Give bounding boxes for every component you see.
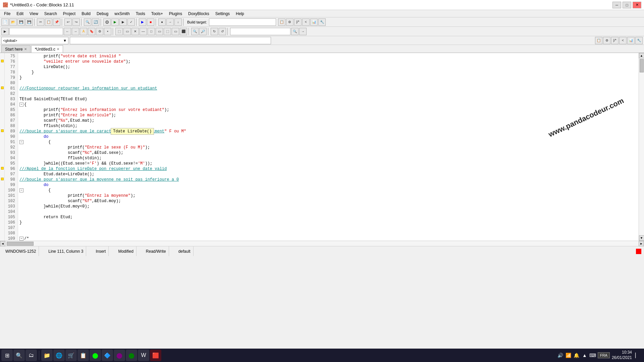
toggle-breakpoint[interactable]: ● (158, 18, 166, 26)
h-scroll-thumb[interactable] (7, 242, 34, 246)
tb2-btn-d[interactable]: ⬛ (180, 28, 187, 35)
redo-button[interactable]: ↪ (72, 18, 80, 26)
right-toolbar-btn6[interactable]: 🔧 (318, 18, 326, 26)
save-button[interactable]: 💾 (17, 18, 25, 26)
tb2-btn-x[interactable]: ✕ (131, 28, 139, 35)
symbol-input[interactable] (70, 37, 271, 44)
check-button[interactable]: ✓ (127, 18, 135, 26)
minimize-button[interactable]: ─ (612, 2, 621, 8)
menu-debug[interactable]: Debug (94, 11, 111, 17)
step-over[interactable]: → (166, 18, 174, 26)
tray-keyboard[interactable]: ⌨ (590, 352, 596, 358)
tb2-btn-y[interactable]: ― (140, 28, 147, 35)
green-app-button[interactable]: ⬤ (90, 350, 101, 361)
tray-volume[interactable]: 📶 (566, 352, 572, 358)
code-search-input2[interactable] (230, 28, 290, 35)
scroll-up-arrow[interactable]: ▲ (639, 53, 644, 58)
tray-network[interactable]: 🔊 (557, 352, 564, 358)
cut-button[interactable]: ✂ (37, 18, 44, 26)
menu-wxsmith[interactable]: wxSmith (112, 11, 132, 17)
menu-view[interactable]: View (27, 11, 41, 17)
stop-button[interactable]: ■ (147, 18, 154, 26)
tab-start-here-close[interactable]: ✕ (24, 47, 27, 51)
replace-button[interactable]: 🔄 (92, 18, 99, 26)
word-button[interactable]: W (138, 350, 149, 361)
scroll-down-arrow[interactable]: ▼ (639, 235, 644, 241)
fold-icon[interactable]: − (19, 140, 23, 144)
tb2-nav-left[interactable]: ← (64, 28, 71, 35)
copy-button[interactable]: 📋 (45, 18, 52, 26)
right-toolbar-btn5[interactable]: 📊 (310, 18, 318, 26)
tb2-btn-z[interactable]: □ (148, 28, 155, 35)
right-toolbar-btn3[interactable]: |/* (294, 18, 302, 26)
new-button[interactable]: 📄 (1, 18, 9, 26)
menu-toolsplus[interactable]: Tools+ (149, 11, 166, 17)
tb2-setting[interactable]: ⚙ (96, 28, 103, 35)
vs-button[interactable]: 🔷 (102, 350, 113, 361)
global-right-btn4[interactable]: < (619, 37, 627, 44)
red-app-button[interactable]: 🟥 (150, 350, 161, 361)
run-button[interactable]: ▶ (111, 18, 119, 26)
tb2-zoom-out[interactable]: 🔎 (199, 28, 207, 35)
menu-plugins[interactable]: Plugins (166, 11, 185, 17)
language-indicator[interactable]: FRA (598, 352, 610, 358)
edge-button[interactable]: 🌐 (53, 350, 65, 361)
tab-untitled3-close[interactable]: ✕ (57, 47, 59, 51)
scroll-thumb[interactable] (640, 59, 644, 72)
green2-app-button[interactable]: ⬤ (126, 350, 137, 361)
open-button[interactable]: 📂 (9, 18, 17, 26)
fold-icon[interactable]: − (19, 188, 23, 192)
scroll-right-arrow[interactable]: ► (639, 241, 644, 246)
tray-battery[interactable]: 🔔 (574, 352, 580, 358)
menu-build[interactable]: Build (79, 11, 93, 17)
find-button[interactable]: 🔍 (84, 18, 91, 26)
menu-settings[interactable]: Settings (213, 11, 232, 17)
tb2-select[interactable]: ⬚ (115, 28, 123, 35)
tb2-search-next[interactable]: → (299, 28, 307, 35)
code-editor[interactable]: printf("votre date est invalid " "veille… (18, 53, 639, 241)
task-view-button[interactable]: 🗂 (25, 350, 37, 361)
tb2-refresh[interactable]: ↺ (219, 28, 226, 35)
tab-start-here[interactable]: Start here ✕ (1, 45, 31, 53)
code-search-input[interactable] (9, 28, 63, 35)
file-explorer-button[interactable]: 📁 (41, 350, 53, 361)
build-target-input[interactable] (209, 18, 276, 26)
purple-app-button[interactable]: ⬤ (114, 350, 125, 361)
tb2-bookmark[interactable]: 🔖 (88, 28, 95, 35)
tray-expand[interactable]: ▲ (582, 352, 588, 358)
scroll-left-arrow[interactable]: ◄ (0, 241, 5, 246)
global-right-btn2[interactable]: ⚙ (603, 37, 610, 44)
menu-search[interactable]: Search (42, 11, 60, 17)
tb2-btn-a[interactable]: ▭ (156, 28, 163, 35)
menu-edit[interactable]: Edit (14, 11, 26, 17)
fold-icon[interactable]: − (19, 103, 23, 107)
step-into[interactable]: ↓ (174, 18, 182, 26)
maximize-button[interactable]: □ (623, 2, 631, 8)
debug-button[interactable]: ▶ (139, 18, 146, 26)
tb2-btn-b[interactable]: ⬚ (164, 28, 171, 35)
vertical-scrollbar[interactable]: ▲ ▼ (639, 53, 644, 241)
tb2-dot[interactable]: • (104, 28, 111, 35)
menu-project[interactable]: Project (60, 11, 78, 17)
tb2-nav-right[interactable]: → (72, 28, 79, 35)
save-all-button[interactable]: 💾 (25, 18, 33, 26)
tb2-btn1[interactable]: ▶ (1, 28, 9, 35)
tb2-zoom-in[interactable]: 🔍 (191, 28, 199, 35)
global-right-btn6[interactable]: 🔧 (635, 37, 643, 44)
paste-button[interactable]: 📌 (53, 18, 60, 26)
notes-button[interactable]: 📋 (77, 350, 89, 361)
horizontal-scrollbar[interactable]: ◄ ► (0, 241, 644, 246)
build-run-button[interactable]: ▶ (119, 18, 127, 26)
show-desktop[interactable]: ▏ (634, 352, 640, 358)
tb2-highlight[interactable]: A (80, 28, 87, 35)
right-toolbar-btn1[interactable]: 📋 (278, 18, 285, 26)
tb2-rect[interactable]: ▭ (123, 28, 131, 35)
menu-help[interactable]: Help (233, 11, 247, 17)
global-right-btn1[interactable]: 📋 (595, 37, 602, 44)
scope-dropdown[interactable]: <global> ▼ (1, 37, 68, 44)
fold-icon[interactable]: − (19, 237, 23, 241)
undo-button[interactable]: ↩ (64, 18, 72, 26)
global-right-btn5[interactable]: 📊 (627, 37, 635, 44)
menu-tools[interactable]: Tools (133, 11, 148, 17)
compile-button[interactable]: ⚙ (103, 18, 111, 26)
